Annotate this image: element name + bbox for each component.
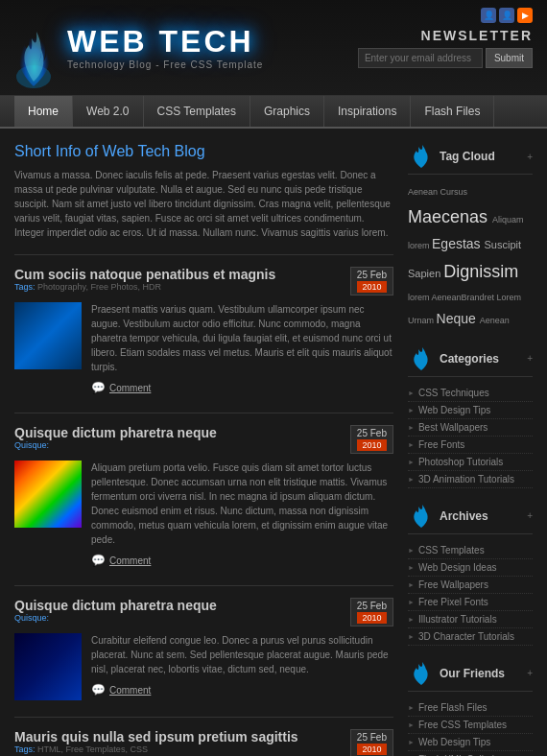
blog-post-0: Cum sociis natoque penatibus et magnis T… — [14, 254, 393, 408]
post-title-0: Cum sociis natoque penatibus et magnis — [14, 267, 275, 282]
blog-post-3: Mauris quis nulla sed ipsum pretium sagi… — [14, 717, 393, 756]
comment-icon-1: 💬 — [91, 552, 106, 569]
archive-item[interactable]: CSS Templates — [408, 542, 533, 559]
main-content: Short Info of Web Tech Blog Vivamus a ma… — [0, 129, 547, 756]
post-text-0: Praesent mattis varius quam. Vestibulum … — [91, 302, 393, 396]
comment-link-2[interactable]: Comment — [109, 683, 151, 697]
newsletter-input[interactable] — [358, 48, 483, 68]
tag-sapien[interactable]: Sapien — [408, 268, 443, 279]
newsletter-area: 👤 👤 ▶ NEWSLETTER Submit — [358, 28, 533, 68]
category-item[interactable]: Best Wallpapers — [408, 419, 533, 437]
newsletter-submit-button[interactable]: Submit — [486, 48, 533, 68]
archive-item[interactable]: Web Design Ideas — [408, 559, 533, 577]
friend-item[interactable]: Free CSS Templates — [408, 717, 533, 734]
sidebar: Tag Cloud + Aenean Cursus Maecenas Aliqu… — [408, 143, 533, 756]
tag-urnam[interactable]: Urnam — [408, 316, 437, 325]
archives-widget: Archives + CSS TemplatesWeb Design Ideas… — [408, 503, 533, 646]
short-info-heading: Short Info of Web Tech Blog — [14, 143, 393, 160]
tag-aliquam[interactable]: Aliquam — [492, 215, 524, 224]
social-icon-user2[interactable]: 👤 — [499, 8, 514, 23]
category-item[interactable]: 3D Animation Tutorials — [408, 471, 533, 488]
post-tags-1: Quisque: — [14, 440, 217, 450]
logo-subtitle: Technology Blog - Free CSS Template — [67, 59, 263, 70]
nav-item-graphics[interactable]: Graphics — [250, 96, 324, 127]
post-text-1: Aliquam pretium porta velio. Fusce quis … — [91, 461, 393, 569]
posts-container: Cum sociis natoque penatibus et magnis T… — [14, 254, 393, 756]
tag-aenean[interactable]: Aenean — [480, 316, 510, 325]
category-item[interactable]: Web Design Tips — [408, 402, 533, 419]
nav-item-home[interactable]: Home — [14, 96, 73, 127]
comment-link-1[interactable]: Comment — [109, 554, 151, 568]
friend-item[interactable]: Web Design Tips — [408, 734, 533, 751]
tag-egestas[interactable]: Egestas — [432, 236, 484, 251]
friends-expand[interactable]: + — [527, 668, 533, 678]
friends-header: Our Friends + — [408, 660, 533, 692]
post-header-1: Quisque dictum pharetra neque Quisque: 2… — [14, 425, 393, 456]
category-item[interactable]: Photoshop Tutorials — [408, 454, 533, 471]
tag-aenean[interactable]: Aenean — [408, 187, 440, 197]
friends-widget: Our Friends + Free Flash FilesFree CSS T… — [408, 660, 533, 756]
post-text-2: Curabitur eleifend congue leo. Donec a p… — [91, 633, 393, 700]
friends-icon — [408, 660, 435, 687]
archive-item[interactable]: Free Pixel Fonts — [408, 594, 533, 611]
category-item[interactable]: Free Fonts — [408, 437, 533, 454]
social-icon-user[interactable]: 👤 — [481, 8, 496, 23]
categories-widget: Categories + CSS TechniquesWeb Design Ti… — [408, 345, 533, 488]
nav-item-css-templates[interactable]: CSS Templates — [144, 96, 250, 127]
flame-decoration — [10, 5, 58, 91]
tag-aeneanbrandret[interactable]: AeneanBrandret — [432, 293, 497, 302]
categories-list: CSS TechniquesWeb Design TipsBest Wallpa… — [408, 385, 533, 488]
archives-icon — [408, 503, 435, 530]
archives-list: CSS TemplatesWeb Design IdeasFree Wallpa… — [408, 542, 533, 646]
tag-lorem[interactable]: lorem — [408, 241, 432, 250]
tag-cloud-expand[interactable]: + — [527, 152, 533, 162]
comment-link-0[interactable]: Comment — [109, 381, 151, 395]
categories-expand[interactable]: + — [527, 353, 533, 364]
blog-post-1: Quisque dictum pharetra neque Quisque: 2… — [14, 413, 393, 580]
tag-dignissim[interactable]: Dignissim — [443, 262, 518, 281]
friend-item[interactable]: Free Flash Files — [408, 699, 533, 717]
category-item[interactable]: CSS Techniques — [408, 385, 533, 402]
archive-item[interactable]: 3D Character Tutorials — [408, 628, 533, 646]
tag-lorem[interactable]: lorem — [408, 293, 432, 302]
archives-title: Archives — [440, 509, 488, 523]
post-date-2: 25 Feb 2010 — [350, 598, 393, 626]
archives-expand[interactable]: + — [527, 510, 533, 521]
blog-post-2: Quisque dictum pharetra neque Quisque: 2… — [14, 585, 393, 712]
friend-item[interactable]: Flash XML Galleries — [408, 751, 533, 756]
post-body-1: Aliquam pretium porta velio. Fusce quis … — [14, 461, 393, 569]
post-title-2: Quisque dictum pharetra neque — [14, 598, 217, 613]
post-tags-0: Tags: Photography, Free Photos, HDR — [14, 282, 275, 292]
tag-maecenas[interactable]: Maecenas — [408, 207, 492, 226]
friends-title: Our Friends — [440, 667, 505, 680]
logo-area: WEB TECH Technology Blog - Free CSS Temp… — [67, 26, 263, 70]
tag-neque[interactable]: Neque — [437, 311, 480, 326]
nav-item-inspirations[interactable]: Inspirations — [324, 96, 411, 127]
archive-item[interactable]: Illustrator Tutorials — [408, 611, 533, 628]
tag-cloud-widget: Tag Cloud + Aenean Cursus Maecenas Aliqu… — [408, 143, 533, 331]
post-body-2: Curabitur eleifend congue leo. Donec a p… — [14, 633, 393, 700]
post-date-1: 25 Feb 2010 — [350, 425, 393, 454]
header: WEB TECH Technology Blog - Free CSS Temp… — [0, 0, 547, 96]
archive-item[interactable]: Free Wallpapers — [408, 577, 533, 594]
tag-lorem[interactable]: Lorem — [497, 293, 522, 302]
post-body-0: Praesent mattis varius quam. Vestibulum … — [14, 302, 393, 396]
post-comment-0: 💬 Comment — [91, 379, 393, 396]
categories-icon — [408, 345, 435, 372]
comment-icon-0: 💬 — [91, 379, 106, 396]
short-info-text: Vivamus a massa. Donec iaculis felis at … — [14, 168, 393, 240]
tag-cursus[interactable]: Cursus — [440, 187, 468, 197]
post-title-1: Quisque dictum pharetra neque — [14, 425, 217, 440]
tag-suscipit[interactable]: Suscipit — [485, 239, 522, 250]
nav-item-web-2.0[interactable]: Web 2.0 — [73, 96, 143, 127]
categories-title: Categories — [440, 352, 499, 366]
friends-list: Free Flash FilesFree CSS TemplatesWeb De… — [408, 699, 533, 756]
tag-cloud-title: Tag Cloud — [440, 150, 495, 163]
tag-cloud-header: Tag Cloud + — [408, 143, 533, 175]
post-tags-2: Quisque: — [14, 613, 217, 623]
nav-item-flash-files[interactable]: Flash Files — [411, 96, 494, 127]
post-comment-2: 💬 Comment — [91, 681, 393, 698]
post-thumb-2 — [14, 633, 82, 700]
tag-cloud-icon — [408, 143, 435, 170]
social-icon-rss[interactable]: ▶ — [517, 8, 533, 23]
